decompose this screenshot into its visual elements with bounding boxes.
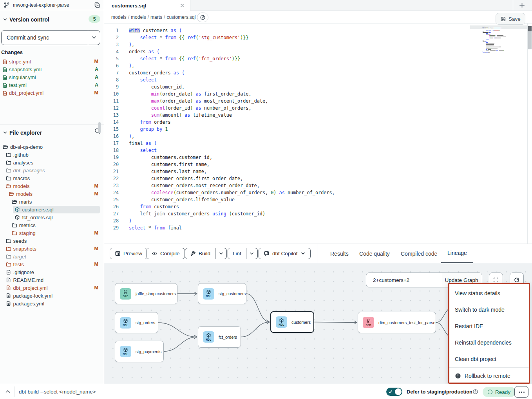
tree-item-marts[interactable]: marts	[0, 198, 104, 206]
tree-item-macros[interactable]: macros	[0, 174, 104, 182]
tree-item-packages.yml[interactable]: packages.yml	[0, 300, 104, 307]
defer-toggle[interactable]	[386, 388, 402, 396]
lint-options-chevron[interactable]	[246, 248, 257, 259]
menu-item-reinstall-dependencies[interactable]: Reinstall dependencies	[449, 334, 529, 351]
change-item-stripe.yml[interactable]: stripe.ymlM	[0, 58, 104, 65]
tree-item-analyses[interactable]: analyses	[0, 159, 104, 166]
sidebar-scrollbar-thumb[interactable]	[98, 122, 101, 133]
tree-item-fct_orders.sql[interactable]: fct_orders.sql	[0, 213, 104, 221]
lineage-node-customers[interactable]: MDLcustomers	[270, 311, 314, 333]
change-item-dbt_project.yml[interactable]: dbt_project.ymlM	[0, 89, 104, 97]
tree-item-target[interactable]: target	[0, 253, 104, 260]
tree-item-snapshots[interactable]: snapshotsM	[0, 245, 104, 253]
tree-item-dbt_project.yml[interactable]: dbt_project.ymlM	[0, 284, 104, 292]
tab-lineage[interactable]: Lineage	[441, 244, 473, 263]
save-button[interactable]: Save	[496, 13, 525, 25]
lineage-search-input[interactable]: 2+customers+2	[366, 273, 441, 287]
menu-item-view-status-details[interactable]: View status details	[449, 285, 529, 302]
change-item-singular.yml[interactable]: singular.ymlA	[0, 73, 104, 81]
tree-item-.gitignore[interactable]: .gitignore	[0, 268, 104, 276]
lineage-node-jaffle_shop_customers[interactable]: SRCjaffle_shop.customers	[115, 283, 177, 304]
save-icon	[500, 16, 506, 22]
tree-item-models[interactable]: modelsM	[0, 190, 104, 198]
mdl-node-icon: MDL	[120, 317, 131, 329]
breadcrumb-segment[interactable]: models	[111, 14, 127, 20]
breadcrumb-segment[interactable]: customers.sql	[166, 14, 195, 20]
ready-dot-icon	[488, 390, 492, 394]
indent-guide	[140, 105, 140, 112]
folder-open-icon	[6, 183, 11, 189]
chevron-down-icon	[300, 251, 306, 256]
code-line-7: customer_orders as (	[129, 69, 470, 76]
menu-item-restart-ide[interactable]: Restart IDE	[449, 318, 529, 334]
copy-icon[interactable]	[94, 2, 101, 9]
indent-guide	[129, 105, 129, 112]
minimap[interactable]	[470, 23, 527, 244]
menu-item-label: Rollback to remote	[465, 373, 510, 379]
line-number: 27	[104, 210, 119, 217]
changes-label: Changes	[1, 49, 23, 55]
copilot-compass-icon[interactable]	[197, 13, 208, 22]
tree-item-staging[interactable]: stagingM	[0, 229, 104, 237]
code-line-8: select	[129, 76, 470, 83]
tree-item-package-lock.yml[interactable]: package-lock.yml	[0, 292, 104, 300]
lineage-node-dim_customers_test_for_parse[interactable]: SEMdim_customers_test_for_parse	[358, 312, 436, 333]
commit-options-chevron[interactable]	[88, 31, 100, 45]
breadcrumb-segment[interactable]: marts	[150, 14, 162, 20]
node-label: customers	[291, 320, 311, 325]
tree-item-dbt_packages[interactable]: dbt_packages	[0, 166, 104, 174]
breadcrumb-segment[interactable]: models	[131, 14, 146, 20]
commit-and-sync-button[interactable]: Commit and sync	[1, 30, 100, 45]
chevron-up-icon[interactable]	[5, 388, 11, 395]
tree-item-metrics[interactable]: metrics	[0, 221, 104, 229]
tab-code-quality[interactable]: Code quality	[353, 244, 396, 263]
dbt-copilot-button[interactable]: dbt Copilot	[259, 248, 311, 259]
tree-item-tests[interactable]: testsM	[0, 260, 104, 268]
tree-item-models[interactable]: modelsM	[0, 182, 104, 190]
lineage-node-fct_orders[interactable]: MDLfct_orders	[198, 326, 241, 348]
lineage-node-stg_payments[interactable]: MDLstg_payments	[115, 341, 164, 362]
change-item-test.yml[interactable]: test.ymlA	[0, 81, 104, 89]
chevron-down-icon[interactable]	[3, 17, 7, 22]
commit-and-sync-label: Commit and sync	[2, 31, 88, 45]
ready-label: Ready	[495, 389, 510, 395]
lint-button[interactable]: Lint	[228, 248, 258, 259]
tab-customers-sql[interactable]: customers.sql	[104, 0, 190, 11]
folder-open-icon	[12, 199, 17, 204]
chevron-down-icon[interactable]	[3, 130, 7, 135]
build-options-chevron[interactable]	[215, 248, 226, 259]
code-line-11: max(order_date) as most_recent_order_dat…	[129, 97, 470, 105]
tree-item-.github[interactable]: .github	[0, 151, 104, 159]
tree-item-label: .gitignore	[13, 269, 34, 275]
tab-compiled-code[interactable]: Compiled code	[394, 244, 443, 263]
project-row: mwong-test-explorer-parse	[0, 0, 104, 10]
editor-scrollbar-thumb-cap[interactable]	[528, 26, 532, 31]
tree-item-seeds[interactable]: seeds	[0, 237, 104, 245]
tree-item-status: M	[94, 230, 98, 236]
actionbar-divider	[317, 244, 317, 263]
lineage-node-stg_customers[interactable]: MDLstg_customers	[198, 283, 246, 304]
new-tab-plus-icon[interactable]	[519, 2, 525, 9]
menu-item-clean-dbt-project[interactable]: Clean dbt project	[449, 351, 529, 367]
change-item-snapshots.yml[interactable]: snapshots.ymlA	[0, 65, 104, 73]
folder-icon	[6, 262, 11, 267]
compile-button[interactable]: Compile	[147, 248, 185, 259]
tree-item-README.md[interactable]: README.md	[0, 276, 104, 284]
minimap-slider[interactable]	[470, 25, 527, 29]
code-editor[interactable]: 1234567891011121314151617181920212223242…	[104, 23, 532, 244]
tree-item-customers.sql[interactable]: customers.sql	[0, 206, 104, 213]
button-label: Preview	[123, 251, 142, 256]
help-icon[interactable]	[472, 389, 478, 395]
tree-item-db-sl-qs-demo[interactable]: db-sl-qs-demo	[0, 143, 104, 151]
tab-results[interactable]: Results	[324, 244, 355, 263]
editor-scrollbar-thumb[interactable]	[528, 31, 532, 49]
indent-guide	[140, 83, 140, 90]
lineage-node-stg_orders[interactable]: MDLstg_orders	[115, 312, 158, 333]
command-input[interactable]: dbt build --select <model_name>	[19, 384, 96, 399]
menu-item-switch-to-dark-mode[interactable]: Switch to dark mode	[449, 302, 529, 318]
menu-item-rollback-to-remote[interactable]: Rollback to remote	[449, 368, 529, 384]
more-options-button[interactable]	[514, 386, 528, 398]
preview-button[interactable]: Preview	[110, 248, 147, 259]
build-button[interactable]: Build	[185, 248, 227, 259]
close-icon[interactable]	[180, 3, 185, 8]
